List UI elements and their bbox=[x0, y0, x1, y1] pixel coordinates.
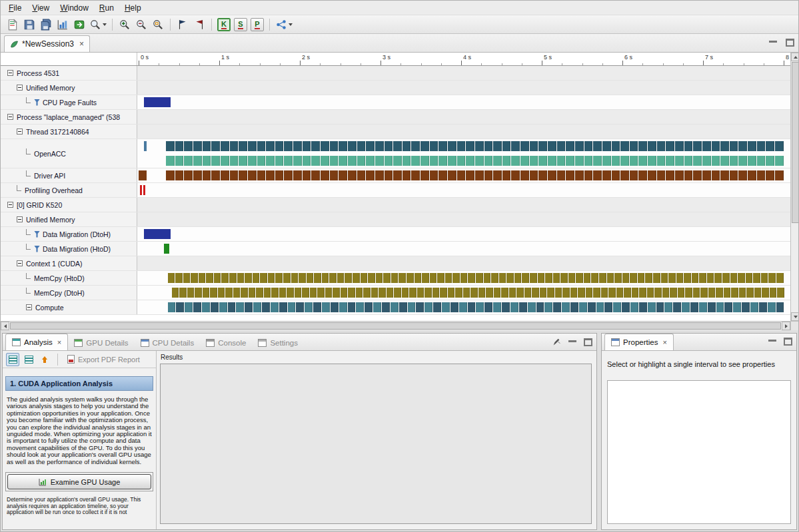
source-mode-button[interactable]: S bbox=[234, 18, 247, 31]
timeline-interval[interactable] bbox=[476, 302, 484, 312]
timeline-row-compute[interactable]: Compute bbox=[1, 300, 790, 315]
timeline-interval[interactable] bbox=[502, 141, 511, 151]
timeline-interval[interactable] bbox=[368, 273, 375, 283]
timeline-interval[interactable] bbox=[241, 288, 248, 298]
timeline-interval[interactable] bbox=[211, 170, 220, 180]
timeline-interval[interactable] bbox=[757, 141, 766, 151]
timeline-interval[interactable] bbox=[748, 170, 756, 180]
timeline-interval[interactable] bbox=[616, 288, 624, 298]
timeline-interval[interactable] bbox=[620, 156, 629, 166]
chart-icon[interactable] bbox=[55, 17, 71, 33]
view-menu-icon[interactable] bbox=[552, 338, 561, 347]
tab-properties[interactable]: Properties × bbox=[604, 334, 674, 350]
export-profile-icon[interactable] bbox=[71, 17, 87, 33]
timeline-interval[interactable] bbox=[385, 156, 393, 166]
timeline-interval[interactable] bbox=[239, 156, 247, 166]
timeline-interval[interactable] bbox=[348, 302, 356, 312]
timeline-interval[interactable] bbox=[211, 156, 220, 166]
timeline-interval[interactable] bbox=[553, 273, 560, 283]
timeline-interval[interactable] bbox=[720, 170, 729, 180]
timeline-interval[interactable] bbox=[484, 273, 491, 283]
timeline-interval[interactable] bbox=[375, 156, 384, 166]
timeline-interval[interactable] bbox=[279, 288, 287, 298]
timeline-interval[interactable] bbox=[511, 170, 520, 180]
timeline-interval[interactable] bbox=[684, 156, 693, 166]
timeline-interval[interactable] bbox=[493, 156, 502, 166]
timeline-interval[interactable] bbox=[193, 170, 202, 180]
timeline-interval[interactable] bbox=[339, 141, 347, 151]
timeline-interval[interactable] bbox=[287, 288, 294, 298]
timeline-row-thread-3172140864[interactable]: Thread 3172140864 bbox=[1, 125, 790, 139]
scroll-left-icon[interactable] bbox=[1, 322, 9, 330]
timeline-interval[interactable] bbox=[168, 302, 176, 312]
timeline-interval[interactable] bbox=[530, 156, 538, 166]
timeline-interval[interactable] bbox=[612, 170, 620, 180]
timeline-interval[interactable] bbox=[164, 244, 169, 254]
timeline-interval[interactable] bbox=[193, 156, 202, 166]
timeline-interval[interactable] bbox=[322, 273, 329, 283]
timeline-interval[interactable] bbox=[245, 302, 253, 312]
timeline-interval[interactable] bbox=[622, 302, 630, 312]
timeline-interval[interactable] bbox=[645, 273, 652, 283]
timeline-interval[interactable] bbox=[353, 273, 360, 283]
tab-analysis[interactable]: Analysis × bbox=[5, 334, 68, 350]
timeline-interval[interactable] bbox=[678, 288, 685, 298]
timeline-interval[interactable] bbox=[233, 288, 241, 298]
timeline-interval[interactable] bbox=[538, 141, 547, 151]
timeline-interval[interactable] bbox=[411, 156, 420, 166]
unguided-analysis-icon[interactable] bbox=[22, 353, 35, 366]
timeline-interval[interactable] bbox=[548, 170, 556, 180]
timeline-interval[interactable] bbox=[566, 141, 574, 151]
timeline-interval[interactable] bbox=[230, 170, 239, 180]
timeline-interval[interactable] bbox=[746, 288, 754, 298]
timeline-interval[interactable] bbox=[366, 170, 375, 180]
close-icon[interactable]: × bbox=[57, 338, 61, 346]
timeline-interval[interactable] bbox=[693, 170, 702, 180]
collapse-toggle-icon[interactable] bbox=[17, 216, 23, 222]
timeline-interval[interactable] bbox=[538, 156, 547, 166]
timeline-interval[interactable] bbox=[648, 170, 656, 180]
timeline-interval[interactable] bbox=[575, 156, 584, 166]
timeline-interval[interactable] bbox=[409, 288, 416, 298]
timeline-interval[interactable] bbox=[321, 141, 329, 151]
timeline-interval[interactable] bbox=[331, 302, 339, 312]
collapse-toggle-icon[interactable] bbox=[7, 70, 13, 76]
timeline-interval[interactable] bbox=[432, 288, 440, 298]
timeline-interval[interactable] bbox=[430, 170, 438, 180]
timeline-interval[interactable] bbox=[266, 170, 275, 180]
timeline-interval[interactable] bbox=[675, 156, 684, 166]
timeline-interval[interactable] bbox=[702, 156, 711, 166]
timeline-interval[interactable] bbox=[311, 156, 320, 166]
timeline-interval[interactable] bbox=[382, 302, 390, 312]
timeline-interval[interactable] bbox=[753, 273, 760, 283]
timeline-interval[interactable] bbox=[299, 273, 306, 283]
timeline-interval[interactable] bbox=[653, 273, 660, 283]
timeline-interval[interactable] bbox=[664, 302, 672, 312]
guided-analysis-icon[interactable] bbox=[6, 353, 19, 366]
timeline-interval[interactable] bbox=[438, 156, 447, 166]
timeline-interval[interactable] bbox=[675, 141, 684, 151]
timeline-interval[interactable] bbox=[584, 273, 591, 283]
timeline-interval[interactable] bbox=[183, 273, 191, 283]
timeline-interval[interactable] bbox=[275, 141, 284, 151]
timeline-interval[interactable] bbox=[253, 273, 260, 283]
timeline-interval[interactable] bbox=[730, 273, 738, 283]
timeline-interval[interactable] bbox=[402, 170, 411, 180]
timeline-interval[interactable] bbox=[484, 141, 493, 151]
timeline-interval[interactable] bbox=[341, 288, 348, 298]
timeline-interval[interactable] bbox=[716, 302, 724, 312]
timeline-interval[interactable] bbox=[601, 288, 608, 298]
timeline-interval[interactable] bbox=[547, 288, 554, 298]
timeline-interval[interactable] bbox=[430, 141, 438, 151]
timeline-interval[interactable] bbox=[576, 273, 583, 283]
timeline-interval[interactable] bbox=[666, 170, 674, 180]
timeline-interval[interactable] bbox=[748, 156, 756, 166]
timeline-interval[interactable] bbox=[411, 141, 420, 151]
timeline-interval[interactable] bbox=[484, 302, 492, 312]
timeline-row-data-migration-dtoh[interactable]: Data Migration (DtoH) bbox=[1, 227, 790, 242]
timeline-interval[interactable] bbox=[544, 302, 552, 312]
timeline-interval[interactable] bbox=[545, 273, 552, 283]
timeline-interval[interactable] bbox=[708, 288, 716, 298]
timeline-interval[interactable] bbox=[184, 141, 193, 151]
timeline-interval[interactable] bbox=[203, 288, 210, 298]
